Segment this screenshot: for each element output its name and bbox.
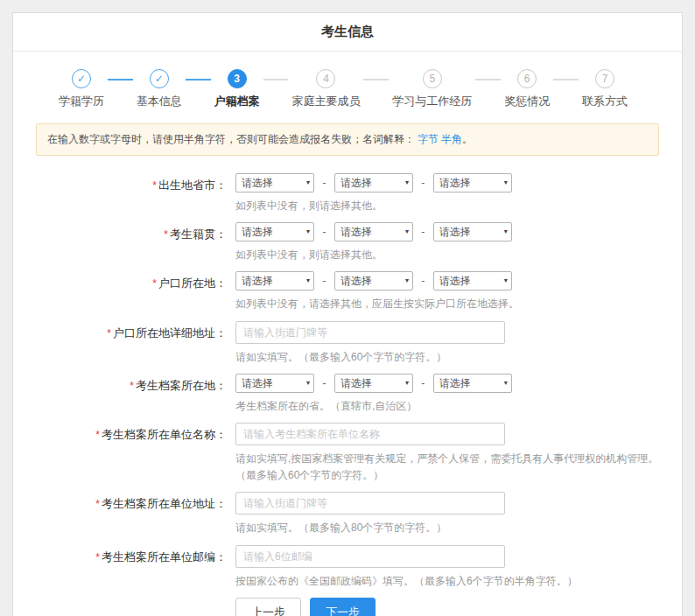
- step-number: 5: [423, 69, 442, 88]
- field-hint: 按国家公布的《全国邮政编码》填写。（最多输入6个字节的半角字符。）: [235, 573, 666, 590]
- select-separator: -: [322, 177, 326, 189]
- step-number: 7: [595, 69, 614, 88]
- step-study-work[interactable]: 5 学习与工作经历: [392, 69, 472, 109]
- field-hint: 请如实填写,按国家档案管理有关规定，严禁个人保管，需委托具有人事代理权的机构管理…: [235, 451, 666, 484]
- step-label: 联系方式: [582, 94, 628, 109]
- required-asterisk: *: [152, 179, 157, 192]
- select-separator: -: [421, 177, 425, 189]
- step-basic-info[interactable]: ✓ 基本信息: [137, 69, 182, 109]
- field-label: *户口所在地详细地址：: [13, 321, 227, 366]
- household-address-input[interactable]: [235, 321, 505, 344]
- notice-suffix: 。: [462, 133, 473, 145]
- form-row-archive-unit-address: *考生档案所在单位地址： 请如实填写。（最多输入80个字节的字符。）: [13, 492, 682, 536]
- step-label: 学习与工作经历: [392, 94, 472, 109]
- field-label: *考生档案所在单位名称：: [13, 423, 227, 484]
- step-indicator: ✓ 学籍学历 ✓ 基本信息 3 户籍档案 4 家庭主要成员 5 学习与工作经历 …: [13, 52, 682, 109]
- step-connector: [108, 79, 133, 80]
- field-hint: 请如实填写。（最多输入60个字节的字符。）: [235, 349, 666, 366]
- form-actions: 上一步 下一步: [235, 598, 682, 616]
- step-check-icon: ✓: [150, 69, 169, 88]
- field-hint: 请如实填写。（最多输入80个字节的字符。）: [235, 520, 666, 536]
- archive-district-select[interactable]: 请选择: [433, 374, 512, 393]
- step-connector: [553, 79, 579, 80]
- select-separator: -: [421, 377, 425, 389]
- step-number: 3: [228, 69, 247, 88]
- field-label: *考生档案所在单位地址：: [13, 492, 227, 536]
- page-title: 考生信息: [13, 13, 682, 52]
- notice-bar: 在输入数字或字母时，请使用半角字符，否则可能会造成报名失败；名词解释：字节半角。: [36, 123, 659, 156]
- required-asterisk: *: [164, 228, 168, 241]
- form-row-household-location: *户口所在地： 请选择▾ - 请选择▾ - 请选择▾ 如列表中没有，请选择其他，…: [13, 271, 682, 312]
- byte-term-link[interactable]: 字节: [418, 133, 439, 145]
- household-archive-form: *出生地省市： 请选择▾ - 请选择▾ - 请选择▾ 如列表中没有，则请选择其他…: [13, 170, 682, 616]
- step-connector: [363, 79, 389, 80]
- step-number: 4: [316, 69, 335, 88]
- field-label: *考生档案所在地：: [13, 374, 227, 415]
- step-connector: [186, 79, 211, 80]
- required-asterisk: *: [107, 327, 111, 340]
- select-separator: -: [421, 226, 425, 238]
- form-row-archive-location: *考生档案所在地： 请选择▾ - 请选择▾ - 请选择▾ 考生档案所在的省。（直…: [13, 374, 682, 415]
- select-separator: -: [421, 275, 425, 287]
- required-asterisk: *: [130, 380, 134, 392]
- step-rewards[interactable]: 6 奖惩情况: [504, 69, 550, 109]
- next-step-button[interactable]: 下一步: [310, 598, 376, 616]
- household-district-select[interactable]: 请选择: [433, 271, 512, 290]
- field-label: *出生地省市：: [13, 173, 227, 214]
- field-hint: 如列表中没有，请选择其他，应届生按实际户口所在地选择。: [235, 296, 666, 312]
- select-separator: -: [322, 275, 326, 287]
- archive-unit-name-input[interactable]: [235, 423, 505, 445]
- previous-step-button[interactable]: 上一步: [235, 598, 301, 616]
- birthplace-city-select[interactable]: 请选择: [334, 173, 413, 192]
- halfwidth-term-link[interactable]: 半角: [441, 133, 462, 145]
- household-province-select[interactable]: 请选择: [235, 271, 314, 290]
- form-row-archive-unit-zipcode: *考生档案所在单位邮编： 按国家公布的《全国邮政编码》填写。（最多输入6个字节的…: [13, 545, 682, 590]
- archive-city-select[interactable]: 请选择: [334, 374, 413, 393]
- step-label: 学籍学历: [59, 94, 104, 109]
- step-school-record[interactable]: ✓ 学籍学历: [59, 69, 104, 109]
- step-label: 户籍档案: [214, 94, 260, 109]
- notice-text: 在输入数字或字母时，请使用半角字符，否则可能会造成报名失败；名词解释：: [47, 133, 415, 145]
- field-label: *考生籍贯：: [13, 222, 227, 263]
- step-contact[interactable]: 7 联系方式: [582, 69, 628, 109]
- birthplace-province-select[interactable]: 请选择: [235, 173, 314, 192]
- archive-province-select[interactable]: 请选择: [235, 374, 314, 393]
- select-separator: -: [322, 377, 326, 389]
- field-label: *户口所在地：: [13, 271, 227, 312]
- step-label: 奖惩情况: [504, 94, 550, 109]
- step-number: 6: [517, 69, 537, 88]
- form-row-archive-unit-name: *考生档案所在单位名称： 请如实填写,按国家档案管理有关规定，严禁个人保管，需委…: [13, 423, 682, 484]
- step-family-members[interactable]: 4 家庭主要成员: [291, 69, 360, 109]
- native-city-select[interactable]: 请选择: [334, 222, 413, 242]
- form-row-native-place: *考生籍贯： 请选择▾ - 请选择▾ - 请选择▾ 如列表中没有，则请选择其他。: [13, 222, 682, 263]
- archive-unit-address-input[interactable]: [235, 492, 505, 514]
- required-asterisk: *: [95, 429, 100, 441]
- step-check-icon: ✓: [72, 69, 91, 88]
- candidate-info-card: 考生信息 ✓ 学籍学历 ✓ 基本信息 3 户籍档案 4 家庭主要成员 5 学习与…: [12, 12, 683, 616]
- required-asterisk: *: [152, 277, 157, 290]
- required-asterisk: *: [95, 498, 100, 510]
- household-city-select[interactable]: 请选择: [334, 271, 413, 290]
- archive-unit-zipcode-input[interactable]: [235, 545, 505, 568]
- step-household-archive[interactable]: 3 户籍档案: [214, 69, 260, 109]
- step-connector: [263, 79, 289, 80]
- step-label: 基本信息: [137, 94, 182, 109]
- field-hint: 如列表中没有，则请选择其他。: [235, 198, 666, 214]
- required-asterisk: *: [95, 551, 100, 564]
- birthplace-district-select[interactable]: 请选择: [433, 173, 512, 192]
- field-label: *考生档案所在单位邮编：: [13, 545, 227, 590]
- step-label: 家庭主要成员: [291, 94, 360, 109]
- select-separator: -: [322, 226, 326, 238]
- form-row-birthplace: *出生地省市： 请选择▾ - 请选择▾ - 请选择▾ 如列表中没有，则请选择其他…: [13, 173, 682, 214]
- form-row-household-address: *户口所在地详细地址： 请如实填写。（最多输入60个字节的字符。）: [13, 321, 682, 366]
- field-hint: 如列表中没有，则请选择其他。: [235, 247, 666, 263]
- step-connector: [475, 79, 501, 80]
- native-district-select[interactable]: 请选择: [433, 222, 512, 242]
- field-hint: 考生档案所在的省。（直辖市,自治区）: [235, 398, 666, 415]
- native-province-select[interactable]: 请选择: [235, 222, 314, 242]
